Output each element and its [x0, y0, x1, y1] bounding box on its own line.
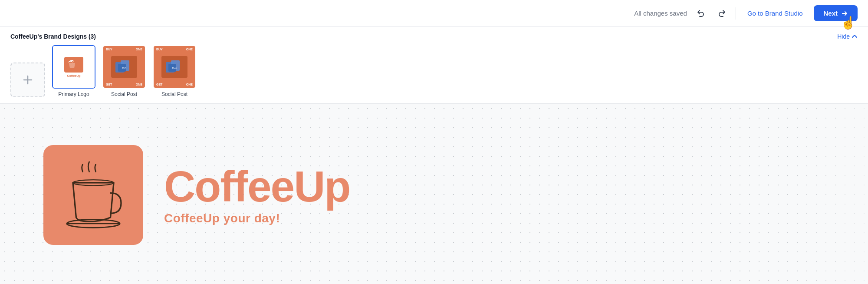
next-arrow-icon — [841, 10, 848, 17]
go-to-brand-studio-button[interactable]: Go to Brand Studio — [743, 7, 807, 20]
coffee-cup-svg — [63, 160, 124, 230]
undo-button[interactable] — [694, 7, 708, 20]
redo-icon — [717, 9, 726, 18]
design-label-social-2: Social Post — [161, 91, 187, 97]
logo-brand-name: CoffeeUp — [164, 165, 350, 208]
brand-section-header: CoffeeUp's Brand Designs (3) Hide — [10, 33, 858, 40]
design-card-social-1[interactable]: BUY ONE BOX — [102, 45, 146, 97]
toolbar-divider — [736, 7, 736, 20]
svg-text:BOX: BOX — [122, 66, 126, 69]
redo-button[interactable] — [715, 7, 729, 20]
top-bar: All changes saved Go to Brand Studio Nex… — [0, 0, 868, 27]
logo-text-area: CoffeeUp CoffeeUp your day! — [164, 165, 350, 225]
undo-icon — [697, 9, 705, 18]
social-thumb-2: BUY ONE BOX — [154, 46, 195, 88]
svg-text:BOX: BOX — [172, 66, 177, 69]
logo-thumb-brand-text: CoffeeUp — [67, 74, 80, 77]
logo-square — [43, 145, 143, 245]
chevron-up-icon — [852, 33, 858, 40]
design-card-primary-logo[interactable]: CoffeeUp Primary Logo — [52, 45, 95, 97]
next-button[interactable]: Next — [814, 5, 858, 21]
logo-thumb-icon — [64, 57, 83, 73]
brand-section-title: CoffeeUp's Brand Designs (3) — [10, 33, 96, 40]
designs-row: CoffeeUp Primary Logo BUY ONE — [10, 45, 858, 97]
brand-designs-section: CoffeeUp's Brand Designs (3) Hide — [0, 27, 868, 104]
add-design-button[interactable] — [10, 63, 45, 97]
design-thumb-primary-logo[interactable]: CoffeeUp — [52, 45, 95, 89]
hide-button[interactable]: Hide — [837, 33, 858, 40]
canvas-area: CoffeeUp CoffeeUp your day! — [0, 104, 868, 284]
logo-preview: CoffeeUp CoffeeUp your day! — [43, 145, 350, 245]
design-card-social-2[interactable]: BUY ONE BOX — [153, 45, 196, 97]
social-thumb-1: BUY ONE BOX — [103, 46, 145, 88]
logo-tagline: CoffeeUp your day! — [164, 211, 350, 225]
logo-thumb-content: CoffeeUp — [53, 46, 95, 88]
all-changes-saved-text: All changes saved — [634, 10, 687, 17]
design-label-primary-logo: Primary Logo — [58, 91, 89, 97]
design-label-social-1: Social Post — [111, 91, 137, 97]
design-thumb-social-2[interactable]: BUY ONE BOX — [153, 45, 196, 89]
plus-icon — [22, 74, 34, 86]
design-thumb-social-1[interactable]: BUY ONE BOX — [102, 45, 146, 89]
